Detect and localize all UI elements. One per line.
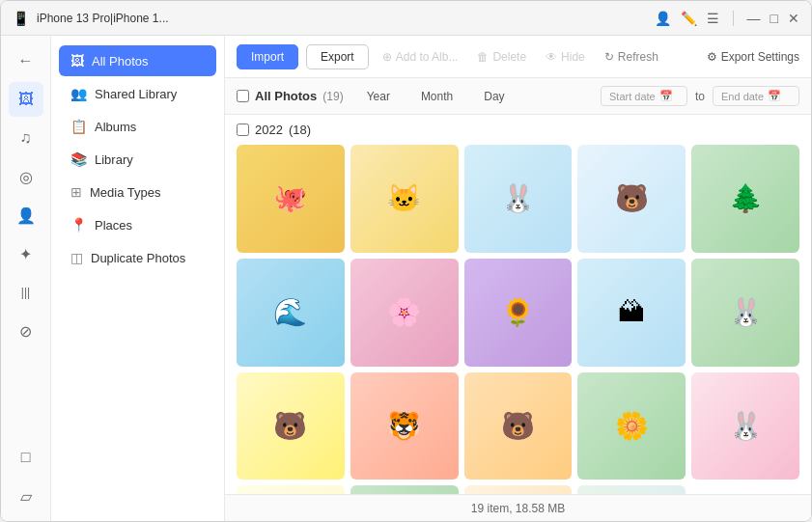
year-header: 2022 (18)	[237, 123, 799, 137]
date-to-label: to	[695, 90, 705, 103]
photo-thumb[interactable]: 🐱	[350, 145, 459, 253]
window-title: iPhone 13 Pro|iPhone 1...	[37, 12, 647, 25]
all-photos-checkbox[interactable]	[237, 90, 249, 102]
status-bar: 19 item, 18.58 MB	[225, 494, 811, 521]
refresh-icon: ↻	[604, 50, 614, 64]
nav-music-icon[interactable]: ♫	[9, 121, 43, 155]
photo-thumb[interactable]: 🐻	[350, 485, 459, 494]
device-icon: 📱	[13, 11, 29, 26]
year-checkbox[interactable]	[237, 124, 249, 136]
calendar-icon: 📅	[659, 90, 673, 102]
date-filter: Start date 📅 to End date 📅	[601, 86, 799, 106]
content-area: Import Export ⊕ Add to Alb... 🗑 Delete 👁…	[225, 36, 811, 521]
add-icon: ⊕	[382, 50, 392, 64]
add-to-album-label: Add to Alb...	[396, 50, 459, 64]
photo-thumb[interactable]: 🐻	[577, 145, 686, 253]
filter-bar: All Photos (19) Year Month Day Start dat…	[225, 78, 811, 115]
nav-tag-icon[interactable]: ⊘	[9, 314, 43, 348]
photo-thumb[interactable]: 🌸	[350, 259, 459, 367]
photo-thumb[interactable]: 🐯	[350, 372, 459, 481]
minimize-button[interactable]: —	[747, 11, 761, 26]
menu-icon[interactable]: ☰	[707, 11, 719, 26]
nav-device-icon[interactable]: □	[9, 440, 43, 475]
nav-books-icon[interactable]: |||	[9, 275, 43, 310]
photo-thumb[interactable]: 🐰	[577, 485, 686, 494]
nav-back-icon[interactable]: ←	[9, 43, 43, 78]
photo-thumb[interactable]: 🌲	[691, 145, 799, 253]
main-layout: ← 🖼 ♫ ◎ 👤 ✦ ||| ⊘ □ ▱ 🖼 All Photos 👥 Sha…	[1, 36, 811, 521]
delete-label: Delete	[492, 50, 526, 64]
photo-thumb[interactable]: 🌊	[237, 259, 345, 367]
window-controls: 👤 ✏️ ☰ — □ ✕	[655, 11, 799, 26]
sidebar-item-media-types[interactable]: ⊞ Media Types	[59, 177, 216, 207]
day-view-button[interactable]: Day	[476, 87, 512, 106]
nav-photos-icon[interactable]: 🖼	[9, 82, 43, 117]
hide-icon: 👁	[546, 50, 557, 64]
photo-container[interactable]: 2022 (18) 🐙 🐱 🐰 🐻 🌲 🌊 🌸 🌻 🏔 🐰 🐻 🐯	[225, 115, 811, 494]
photo-thumb[interactable]: 🐻	[237, 372, 345, 481]
all-photos-count: (19)	[322, 90, 343, 103]
photo-thumb[interactable]: 🌻	[464, 259, 573, 367]
year-count: (18)	[289, 123, 311, 137]
nav-sidebar: 🖼 All Photos 👥 Shared Library 📋 Albums 📚…	[51, 36, 225, 521]
year-view-button[interactable]: Year	[359, 87, 398, 106]
photo-grid: 🐙 🐱 🐰 🐻 🌲 🌊 🌸 🌻 🏔 🐰 🐻 🐯 🐻 🌼 🐰 🌴	[237, 145, 799, 494]
export-settings-button[interactable]: ⚙ Export Settings	[707, 50, 799, 64]
sidebar-item-all-photos[interactable]: 🖼 All Photos	[59, 45, 216, 76]
export-button[interactable]: Export	[306, 44, 369, 69]
sidebar-item-duplicate-photos[interactable]: ◫ Duplicate Photos	[59, 242, 216, 273]
month-view-button[interactable]: Month	[413, 87, 461, 106]
all-photos-icon: 🖼	[70, 53, 84, 69]
sidebar-item-shared-library[interactable]: 👥 Shared Library	[59, 78, 216, 109]
places-icon: 📍	[70, 217, 87, 233]
hide-action[interactable]: 👁 Hide	[540, 50, 591, 64]
photo-thumb[interactable]: 🐰	[691, 372, 799, 481]
import-button[interactable]: Import	[237, 44, 298, 69]
year-label: 2022	[255, 123, 283, 137]
start-date-label: Start date	[609, 91, 656, 102]
close-button[interactable]: ✕	[788, 11, 799, 26]
photo-thumb[interactable]: 🐙	[237, 145, 345, 253]
media-types-label: Media Types	[90, 185, 160, 200]
nav-apps-icon[interactable]: ✦	[9, 236, 43, 271]
title-bar: 📱 iPhone 13 Pro|iPhone 1... 👤 ✏️ ☰ — □ ✕	[1, 1, 811, 36]
start-date-input[interactable]: Start date 📅	[601, 86, 687, 106]
sidebar-item-library[interactable]: 📚 Library	[59, 144, 216, 175]
user-icon[interactable]: 👤	[655, 11, 671, 26]
photo-thumb[interactable]: 🐰	[464, 145, 573, 253]
places-label: Places	[95, 218, 132, 233]
library-label: Library	[95, 152, 133, 167]
photo-thumb[interactable]: 🐻	[464, 372, 573, 481]
delete-icon: 🗑	[477, 50, 489, 64]
photo-thumb[interactable]: 🐰	[691, 259, 799, 367]
duplicate-icon: ◫	[70, 250, 83, 265]
delete-action[interactable]: 🗑 Delete	[471, 50, 532, 64]
all-photos-label: All Photos	[92, 54, 149, 69]
nav-podcast-icon[interactable]: ◎	[9, 159, 43, 194]
sidebar-item-albums[interactable]: 📋 Albums	[59, 111, 216, 142]
shared-library-label: Shared Library	[95, 87, 177, 101]
photo-thumb[interactable]: 🐱	[464, 485, 573, 494]
hide-label: Hide	[561, 50, 585, 64]
refresh-label: Refresh	[618, 50, 658, 64]
edit-icon[interactable]: ✏️	[681, 11, 697, 26]
refresh-action[interactable]: ↻ Refresh	[599, 50, 664, 64]
add-to-album-action[interactable]: ⊕ Add to Alb...	[377, 50, 464, 64]
photo-thumb[interactable]: 🏔	[577, 259, 686, 367]
export-settings-label: Export Settings	[721, 50, 799, 64]
end-date-input[interactable]: End date 📅	[713, 86, 799, 106]
maximize-button[interactable]: □	[770, 11, 778, 26]
shared-library-icon: 👥	[70, 86, 87, 101]
export-settings-icon: ⚙	[707, 50, 717, 64]
toolbar: Import Export ⊕ Add to Alb... 🗑 Delete 👁…	[225, 36, 811, 78]
albums-icon: 📋	[70, 119, 87, 134]
photo-thumb[interactable]: 🌴	[237, 485, 345, 494]
icon-sidebar: ← 🖼 ♫ ◎ 👤 ✦ ||| ⊘ □ ▱	[1, 36, 51, 521]
nav-folder-icon[interactable]: ▱	[9, 479, 43, 513]
media-types-icon: ⊞	[70, 184, 82, 200]
app-window: 📱 iPhone 13 Pro|iPhone 1... 👤 ✏️ ☰ — □ ✕…	[0, 0, 812, 522]
photo-thumb[interactable]: 🌼	[577, 372, 686, 481]
nav-contact-icon[interactable]: 👤	[9, 198, 43, 233]
calendar2-icon: 📅	[768, 90, 781, 102]
sidebar-item-places[interactable]: 📍 Places	[59, 209, 216, 240]
